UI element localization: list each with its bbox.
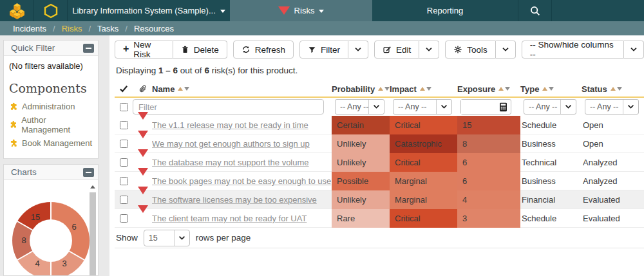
calculator-button[interactable] <box>495 100 511 114</box>
summary-range: 1 – 6 <box>158 66 178 75</box>
exposure-cell: 4 <box>457 190 520 209</box>
probability-filter-select[interactable]: -- Any -- <box>335 99 384 115</box>
breadcrumb-risks[interactable]: Risks <box>62 24 82 33</box>
tools-button[interactable]: Tools <box>445 41 496 59</box>
filter-dropdown-button[interactable] <box>348 41 368 59</box>
sort-desc-icon[interactable] <box>549 87 554 91</box>
edit-dropdown-button[interactable] <box>419 41 439 59</box>
edit-button[interactable]: Edit <box>374 41 419 59</box>
filter-button[interactable]: Filter <box>299 41 348 59</box>
risk-name-link[interactable]: The book pages may not be easy enough to… <box>152 176 332 186</box>
impact-cell: Critical <box>390 209 457 228</box>
sort-desc-icon[interactable] <box>617 87 622 91</box>
sort-asc-icon[interactable] <box>420 87 425 91</box>
calculator-icon <box>499 102 507 112</box>
table-row[interactable]: The book pages may not be easy enough to… <box>115 172 644 190</box>
chevron-down-icon <box>178 235 185 241</box>
sort-desc-icon[interactable] <box>384 87 390 91</box>
collapse-minus-icon[interactable] <box>83 168 94 177</box>
risk-triangle-icon <box>138 205 148 224</box>
exposure-cell: 15 <box>457 116 520 134</box>
risk-name-link[interactable]: The client team may not be ready for UAT <box>152 214 332 223</box>
breadcrumb-tasks[interactable]: Tasks <box>97 24 118 33</box>
refresh-button[interactable]: Refresh <box>233 41 294 59</box>
sort-asc-icon[interactable] <box>542 87 547 91</box>
table-row[interactable]: The database may not support the volume … <box>115 153 644 172</box>
caret-down-icon <box>220 10 225 13</box>
show-hide-columns-dropdown-button[interactable] <box>624 41 644 59</box>
row-checkbox[interactable] <box>120 121 128 129</box>
scrollbar-track[interactable] <box>90 192 96 276</box>
row-checkbox[interactable] <box>120 140 128 148</box>
column-header-type[interactable]: Type <box>520 84 582 94</box>
component-item-book-management[interactable]: Book Management <box>9 138 93 148</box>
sort-arrows[interactable] <box>498 87 510 91</box>
charts-panel: Charts 6 3 4 8 15 <box>3 164 99 276</box>
charts-scrollbar[interactable] <box>89 182 97 276</box>
components-heading: Components <box>9 81 93 95</box>
global-search-button[interactable] <box>518 0 552 21</box>
column-header-impact[interactable]: Impact <box>390 84 457 94</box>
column-header-exposure[interactable]: Exposure <box>457 84 520 94</box>
table-row[interactable]: The client team may not be ready for UAT… <box>115 209 644 228</box>
status-filter-select[interactable]: -- Any -- <box>585 99 639 115</box>
delete-button[interactable]: Delete <box>173 41 227 59</box>
sort-arrows[interactable] <box>611 87 622 91</box>
filter-row-checkbox[interactable] <box>120 103 128 111</box>
caret-down-icon <box>319 10 324 13</box>
project-name: Library Information System (Sample)... <box>72 6 216 15</box>
row-checkbox[interactable] <box>120 158 128 167</box>
rows-per-page-select[interactable]: 15 <box>144 230 190 246</box>
scrollbar-thumb[interactable] <box>90 192 96 276</box>
new-risk-button[interactable]: + New Risk <box>115 41 173 59</box>
row-checkbox[interactable] <box>120 177 128 185</box>
nav-tab-reporting[interactable]: Reporting <box>372 0 518 21</box>
type-cell: Business <box>520 139 582 149</box>
quick-filter-panel: Quick Filter (No filters available) Comp… <box>3 40 99 159</box>
risk-name-link[interactable]: The database may not support the volume <box>152 158 332 167</box>
sort-asc-icon[interactable] <box>378 87 383 91</box>
column-header-status[interactable]: Status <box>582 84 644 94</box>
sort-asc-icon[interactable] <box>178 87 183 91</box>
nav-tab-risks[interactable]: Risks <box>230 0 372 21</box>
row-checkbox[interactable] <box>120 196 128 204</box>
table-row[interactable]: The software licenses may be too expensi… <box>115 190 644 209</box>
risk-name-link[interactable]: The software licenses may be too expensi… <box>152 195 332 205</box>
sort-asc-icon[interactable] <box>498 87 504 91</box>
workspace-switcher[interactable] <box>34 0 68 21</box>
component-item-author-management[interactable]: Author Management <box>9 115 93 134</box>
impact-filter-select[interactable]: -- Any -- <box>393 99 452 115</box>
donut-label: 3 <box>59 259 70 269</box>
name-filter-input[interactable] <box>133 99 324 115</box>
project-selector[interactable]: Library Information System (Sample)... <box>68 0 230 21</box>
sort-desc-icon[interactable] <box>184 87 189 91</box>
breadcrumb-resources[interactable]: Resources <box>134 24 174 33</box>
table-header-row: Name Probability Impact Exposure Type St… <box>115 81 644 98</box>
breadcrumb-incidents[interactable]: Incidents <box>13 24 46 33</box>
table-row[interactable]: The v1.1 release may not be ready in tim… <box>115 116 644 134</box>
risk-name-link[interactable]: We may not get enough authors to sign up <box>152 139 332 149</box>
scroll-up-arrow-icon[interactable] <box>89 182 97 191</box>
collapse-minus-icon[interactable] <box>83 44 94 53</box>
risk-name-link[interactable]: The v1.1 release may not be ready in tim… <box>152 120 332 130</box>
column-header-probability[interactable]: Probability <box>332 84 390 94</box>
column-header-name[interactable]: Name <box>152 84 332 94</box>
show-hide-columns-select[interactable]: -- Show/hide columns -- <box>522 41 624 59</box>
component-label: Book Management <box>22 138 92 148</box>
exposure-filter-input[interactable] <box>461 100 495 114</box>
sort-arrows[interactable] <box>542 87 554 91</box>
table-row[interactable]: We may not get enough authors to sign up… <box>115 134 644 153</box>
component-label: Administration <box>22 102 75 111</box>
tools-dropdown-button[interactable] <box>496 41 516 59</box>
sort-desc-icon[interactable] <box>505 87 510 91</box>
sort-desc-icon[interactable] <box>426 87 431 91</box>
status-cell: Open <box>582 139 644 149</box>
app-logo[interactable] <box>0 0 34 21</box>
sort-arrows[interactable] <box>178 87 189 91</box>
component-item-administration[interactable]: Administration <box>9 102 93 111</box>
sort-arrows[interactable] <box>420 87 431 91</box>
row-checkbox[interactable] <box>120 214 128 223</box>
type-filter-select[interactable]: -- Any -- <box>524 99 576 115</box>
sort-arrows[interactable] <box>378 87 390 91</box>
sort-asc-icon[interactable] <box>611 87 616 91</box>
